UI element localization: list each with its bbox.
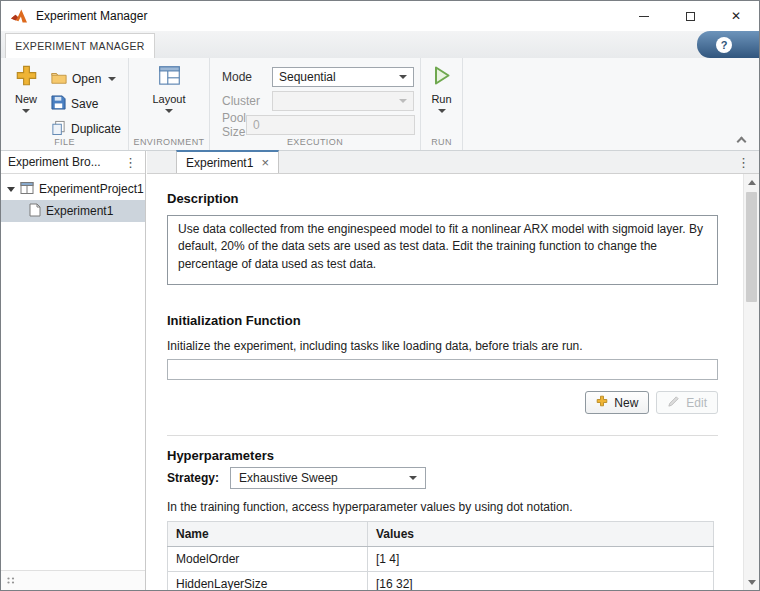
hyperparameters-heading: Hyperparameters bbox=[167, 448, 743, 463]
pool-size-row: Pool Size bbox=[222, 115, 414, 135]
column-header-name: Name bbox=[168, 522, 368, 547]
run-play-icon bbox=[432, 64, 452, 90]
hp-values-cell[interactable]: [16 32] bbox=[368, 572, 714, 591]
new-experiment-button[interactable]: New bbox=[3, 64, 49, 134]
chevron-down-icon bbox=[108, 77, 116, 81]
mode-row: Mode Sequential bbox=[222, 67, 414, 87]
run-button-label: Run bbox=[431, 93, 451, 105]
scroll-down-button[interactable] bbox=[744, 574, 759, 590]
scroll-up-button[interactable] bbox=[744, 174, 759, 190]
layout-button-label: Layout bbox=[152, 93, 185, 105]
pool-size-label: Pool Size bbox=[222, 111, 246, 139]
strategy-label: Strategy: bbox=[167, 471, 219, 485]
file-section-label: FILE bbox=[1, 137, 128, 147]
document-area: Experiment1 × ⋮ Description Use data col… bbox=[147, 151, 759, 590]
panel-footer bbox=[1, 570, 145, 590]
pencil-icon bbox=[667, 395, 680, 411]
cluster-label: Cluster bbox=[222, 94, 272, 108]
tab-experiment1[interactable]: Experiment1 × bbox=[176, 150, 279, 173]
resize-grip-icon[interactable] bbox=[6, 574, 17, 588]
cluster-row: Cluster bbox=[222, 91, 414, 111]
chevron-down-icon bbox=[22, 109, 30, 113]
initialization-buttons: New Edit bbox=[167, 391, 718, 414]
document-menu-icon[interactable]: ⋮ bbox=[734, 151, 753, 174]
open-button[interactable]: Open bbox=[49, 67, 128, 91]
experiment-manager-window: Experiment Manager ✕ EXPERIMENT MANAGER … bbox=[0, 0, 760, 591]
description-heading: Description bbox=[167, 191, 743, 206]
run-button[interactable]: Run bbox=[419, 64, 465, 134]
experiment-browser-title: Experiment Bro... bbox=[8, 155, 101, 169]
close-icon: ✕ bbox=[731, 9, 741, 23]
init-new-label: New bbox=[614, 396, 638, 410]
folder-icon bbox=[51, 71, 67, 87]
init-new-button[interactable]: New bbox=[585, 391, 649, 414]
doc-tab-label: Experiment1 bbox=[186, 156, 253, 170]
maximize-button[interactable] bbox=[667, 1, 713, 31]
file-button-stack: Open Save bbox=[49, 67, 128, 142]
section-divider bbox=[167, 435, 718, 436]
scrollbar-thumb[interactable] bbox=[746, 192, 757, 302]
initialization-heading: Initialization Function bbox=[167, 313, 743, 328]
strategy-dropdown[interactable]: Exhaustive Sweep bbox=[230, 467, 426, 489]
new-plus-icon bbox=[596, 395, 608, 410]
strategy-row: Strategy: Exhaustive Sweep bbox=[167, 467, 743, 489]
experiment-doc-icon bbox=[29, 203, 41, 220]
expander-icon[interactable] bbox=[7, 187, 15, 192]
hyperparameters-table: Name Values ModelOrder [1 4] HiddenLayer… bbox=[167, 521, 714, 590]
minimize-button[interactable] bbox=[621, 1, 667, 31]
mode-label: Mode bbox=[222, 70, 272, 84]
run-section-label: RUN bbox=[421, 137, 462, 147]
chevron-down-icon bbox=[399, 75, 407, 79]
execution-section-label: EXECUTION bbox=[210, 137, 420, 147]
chevron-down-icon bbox=[438, 109, 446, 113]
document-content: Description Use data collected from the … bbox=[147, 174, 743, 590]
save-button[interactable]: Save bbox=[49, 92, 128, 116]
tab-close-icon[interactable]: × bbox=[261, 156, 269, 169]
initialization-hint: Initialize the experiment, including tas… bbox=[167, 339, 743, 353]
mode-dropdown[interactable]: Sequential bbox=[272, 67, 414, 87]
window-title: Experiment Manager bbox=[36, 9, 147, 23]
initialization-function-input[interactable] bbox=[167, 359, 718, 380]
mode-value: Sequential bbox=[279, 70, 336, 84]
panel-menu-icon[interactable]: ⋮ bbox=[121, 156, 140, 169]
cluster-dropdown bbox=[272, 91, 414, 111]
title-bar: Experiment Manager ✕ bbox=[1, 1, 759, 31]
hp-name-cell[interactable]: ModelOrder bbox=[168, 547, 368, 572]
save-button-label: Save bbox=[71, 97, 98, 111]
new-button-label: New bbox=[15, 93, 37, 105]
arrow-down-icon bbox=[748, 580, 756, 585]
experiment-browser-header: Experiment Bro... ⋮ bbox=[1, 151, 145, 174]
layout-icon bbox=[158, 64, 181, 90]
tree-item-label: ExperimentProject1 bbox=[39, 182, 144, 196]
duplicate-button-label: Duplicate bbox=[71, 122, 121, 136]
hyperparameters-hint: In the training function, access hyperpa… bbox=[167, 500, 743, 514]
description-textarea[interactable]: Use data collected from the enginespeed … bbox=[167, 215, 718, 285]
hp-name-cell[interactable]: HiddenLayerSize bbox=[168, 572, 368, 591]
duplicate-icon bbox=[51, 120, 66, 138]
tree-item-experiment[interactable]: Experiment1 bbox=[1, 200, 145, 222]
section-file: New Open bbox=[1, 58, 129, 150]
project-icon bbox=[20, 181, 34, 198]
table-row: ModelOrder [1 4] bbox=[168, 547, 714, 572]
save-icon bbox=[51, 95, 66, 113]
environment-section-label: ENVIRONMENT bbox=[129, 137, 209, 147]
ribbon-tabstrip: EXPERIMENT MANAGER ? bbox=[1, 31, 759, 58]
init-edit-label: Edit bbox=[686, 396, 707, 410]
chevron-down-icon bbox=[165, 109, 173, 113]
matlab-logo-icon bbox=[11, 9, 27, 23]
hp-values-cell[interactable]: [1 4] bbox=[368, 547, 714, 572]
document-tabbar: Experiment1 × ⋮ bbox=[147, 151, 759, 174]
vertical-scrollbar[interactable] bbox=[743, 174, 759, 590]
tree-item-project[interactable]: ExperimentProject1 bbox=[1, 178, 145, 200]
maximize-icon bbox=[686, 12, 695, 21]
layout-button[interactable]: Layout bbox=[146, 64, 192, 134]
chevron-down-icon bbox=[409, 476, 417, 480]
help-button[interactable]: ? bbox=[716, 37, 732, 53]
window-controls: ✕ bbox=[621, 1, 759, 31]
close-button[interactable]: ✕ bbox=[713, 1, 759, 31]
table-row: HiddenLayerSize [16 32] bbox=[168, 572, 714, 591]
tab-experiment-manager[interactable]: EXPERIMENT MANAGER bbox=[5, 33, 155, 58]
table-header-row: Name Values bbox=[168, 522, 714, 547]
collapse-toolstrip-button[interactable] bbox=[738, 135, 750, 145]
new-plus-icon bbox=[15, 64, 38, 90]
